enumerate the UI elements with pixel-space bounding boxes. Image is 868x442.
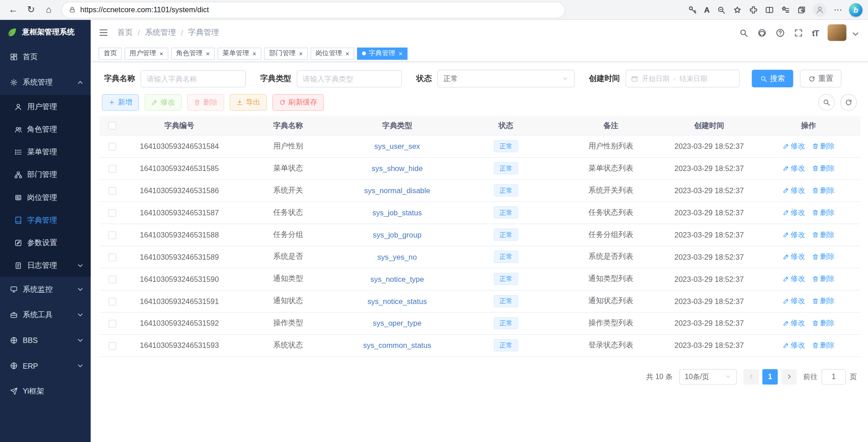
read-aloud-icon[interactable]: A xyxy=(704,5,710,14)
end-date-placeholder[interactable]: 结束日期 xyxy=(680,74,707,83)
search-button[interactable]: 搜索 xyxy=(752,70,793,87)
tab-user-mgmt[interactable]: 用户管理× xyxy=(124,48,168,60)
refresh-table-button[interactable] xyxy=(840,94,857,111)
browser-refresh-button[interactable]: ↻ xyxy=(22,2,40,17)
sidebar-item-system-mgmt[interactable]: 系统管理 xyxy=(0,70,91,95)
dict-type-link[interactable]: sys_normal_disable xyxy=(364,186,430,195)
row-checkbox[interactable] xyxy=(109,143,116,150)
delete-row-link[interactable]: 删除 xyxy=(812,296,835,306)
browser-home-button[interactable]: ⌂ xyxy=(40,2,57,17)
goto-page-input[interactable] xyxy=(821,369,846,384)
dict-type-link[interactable]: sys_yes_no xyxy=(377,252,417,261)
start-date-placeholder[interactable]: 开始日期 xyxy=(642,74,669,83)
tab-close-icon[interactable]: × xyxy=(345,50,349,57)
date-range-picker[interactable]: 开始日期 - 结束日期 xyxy=(625,70,739,87)
tab-close-icon[interactable]: × xyxy=(299,50,303,57)
favorites-bar-icon[interactable] xyxy=(781,5,790,14)
edit-row-link[interactable]: 修改 xyxy=(782,141,805,151)
row-checkbox[interactable] xyxy=(109,209,116,217)
user-avatar[interactable] xyxy=(828,24,847,41)
edit-row-link[interactable]: 修改 xyxy=(782,163,805,173)
edit-row-link[interactable]: 修改 xyxy=(782,208,805,218)
row-checkbox[interactable] xyxy=(109,165,116,172)
sidebar-item-user-mgmt[interactable]: 用户管理 xyxy=(0,95,91,118)
header-search-icon[interactable] xyxy=(739,28,749,38)
sidebar-item-menu-mgmt[interactable]: 菜单管理 xyxy=(0,141,91,163)
help-icon[interactable] xyxy=(775,28,785,38)
edit-row-link[interactable]: 修改 xyxy=(782,185,805,195)
edit-row-link[interactable]: 修改 xyxy=(782,296,805,306)
dict-type-link[interactable]: sys_oper_type xyxy=(373,319,421,327)
sidebar-item-home[interactable]: 首页 xyxy=(0,44,91,70)
tab-dept-mgmt[interactable]: 部门管理× xyxy=(264,48,308,60)
address-bar[interactable]: https://ccnetcore.com:1101/system/dict xyxy=(62,2,565,17)
sidebar-item-param-settings[interactable]: 参数设置 xyxy=(0,231,91,254)
delete-row-link[interactable]: 删除 xyxy=(812,208,835,218)
prev-page-button[interactable] xyxy=(744,369,759,384)
edit-row-link[interactable]: 修改 xyxy=(782,274,805,284)
breadcrumb-item[interactable]: 首页 xyxy=(117,28,133,38)
sidebar-item-log-mgmt[interactable]: 日志管理 xyxy=(0,254,91,276)
favorites-star-icon[interactable] xyxy=(733,5,742,14)
dict-type-input[interactable] xyxy=(297,70,402,87)
row-checkbox[interactable] xyxy=(109,298,116,305)
zoom-out-icon[interactable] xyxy=(717,5,726,14)
collections-icon[interactable] xyxy=(797,5,806,14)
tab-close-icon[interactable]: × xyxy=(399,50,403,57)
status-select[interactable]: 正常 xyxy=(437,70,574,87)
sidebar-item-erp[interactable]: ERP xyxy=(0,353,91,378)
sidebar-toggle-icon[interactable] xyxy=(99,28,109,38)
tab-close-icon[interactable]: × xyxy=(159,50,163,57)
split-screen-icon[interactable] xyxy=(765,5,774,14)
password-key-icon[interactable] xyxy=(688,5,697,14)
url-text[interactable]: https://ccnetcore.com:1101/system/dict xyxy=(80,5,209,14)
avatar-caret-down-icon[interactable] xyxy=(851,29,860,41)
dict-name-input[interactable] xyxy=(141,70,246,87)
sidebar-item-yi-framework[interactable]: Yi框架 xyxy=(0,379,91,404)
sidebar-item-bbs[interactable]: BBS xyxy=(0,328,91,353)
bing-copilot-icon[interactable]: b xyxy=(849,3,862,16)
sidebar-item-post-mgmt[interactable]: 岗位管理 xyxy=(0,186,91,209)
tab-role-mgmt[interactable]: 角色管理× xyxy=(171,48,215,60)
dict-type-link[interactable]: sys_job_status xyxy=(372,209,422,217)
delete-row-link[interactable]: 删除 xyxy=(812,163,835,173)
delete-row-link[interactable]: 删除 xyxy=(812,340,835,350)
refresh-cache-button[interactable]: 刷新缓存 xyxy=(272,94,324,111)
app-logo[interactable]: 意框架管理系统 xyxy=(0,20,91,44)
dict-type-link[interactable]: sys_user_sex xyxy=(374,142,420,150)
font-size-icon[interactable]: tT xyxy=(812,28,819,38)
delete-button[interactable]: 删除 xyxy=(187,94,224,111)
sidebar-item-dict-mgmt[interactable]: 字典管理 xyxy=(0,209,91,231)
edit-row-link[interactable]: 修改 xyxy=(782,318,805,328)
browser-back-button[interactable]: ← xyxy=(5,2,22,17)
sidebar-item-role-mgmt[interactable]: 角色管理 xyxy=(0,118,91,141)
row-checkbox[interactable] xyxy=(109,320,116,328)
page-number-button[interactable]: 1 xyxy=(762,369,777,384)
tab-close-icon[interactable]: × xyxy=(206,50,210,57)
browser-settings-menu-icon[interactable]: ⋯ xyxy=(834,5,842,14)
edit-row-link[interactable]: 修改 xyxy=(782,340,805,350)
delete-row-link[interactable]: 删除 xyxy=(812,230,835,240)
sidebar-item-system-tools[interactable]: 系统工具 xyxy=(0,302,91,328)
dict-type-link[interactable]: sys_show_hide xyxy=(372,164,423,172)
page-size-select[interactable]: 10条/页 xyxy=(679,369,737,384)
tab-menu-mgmt[interactable]: 菜单管理× xyxy=(218,48,262,60)
sidebar-item-dept-mgmt[interactable]: 部门管理 xyxy=(0,163,91,186)
select-all-checkbox[interactable] xyxy=(109,122,116,130)
edit-row-link[interactable]: 修改 xyxy=(782,230,805,240)
toggle-search-button[interactable] xyxy=(818,94,835,111)
row-checkbox[interactable] xyxy=(109,231,116,239)
sidebar-item-system-monitor[interactable]: 系统监控 xyxy=(0,277,91,302)
dict-type-link[interactable]: sys_job_group xyxy=(373,230,421,238)
tab-home[interactable]: 首页 xyxy=(99,48,122,60)
reset-button[interactable]: 重置 xyxy=(800,70,842,87)
delete-row-link[interactable]: 删除 xyxy=(812,141,835,151)
row-checkbox[interactable] xyxy=(109,276,116,283)
row-checkbox[interactable] xyxy=(109,187,116,195)
row-checkbox[interactable] xyxy=(109,253,116,261)
row-checkbox[interactable] xyxy=(109,342,116,350)
dict-type-link[interactable]: sys_common_status xyxy=(363,341,431,349)
tab-close-icon[interactable]: × xyxy=(253,50,257,57)
extensions-icon[interactable] xyxy=(749,5,758,14)
tab-dict-mgmt[interactable]: 字典管理× xyxy=(357,48,407,60)
